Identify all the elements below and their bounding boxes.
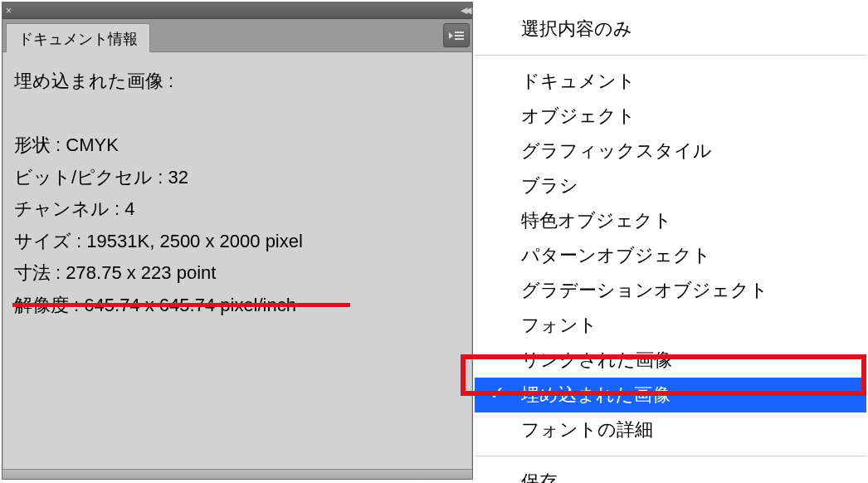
menu-document[interactable]: ドキュメント [475, 64, 866, 99]
menu-separator [475, 456, 866, 456]
info-shape: 形状 : CMYK [14, 129, 461, 162]
collapse-icon[interactable]: ◀◀ [461, 5, 469, 16]
info-size: サイズ : 19531K, 2500 x 2000 pixel [14, 226, 461, 258]
svg-rect-1 [455, 32, 464, 33]
svg-marker-0 [449, 32, 453, 39]
document-info-panel: × ◀◀ ドキュメント情報 埋め込まれた画像 : 形状 : CMYK ビット/ピ… [2, 2, 473, 480]
menu-icon [449, 30, 464, 41]
info-header: 埋め込まれた画像 : [14, 66, 461, 98]
menu-save[interactable]: 保存... [475, 465, 866, 483]
menu-object[interactable]: オブジェクト [475, 99, 866, 134]
close-icon[interactable]: × [6, 6, 12, 16]
check-icon: ✓ [490, 383, 505, 404]
menu-separator [475, 55, 866, 56]
menu-selection-only[interactable]: 選択内容のみ [475, 12, 866, 46]
panel-scrollbar[interactable] [2, 469, 472, 479]
menu-font-detail[interactable]: フォントの詳細 [475, 412, 866, 447]
panel-tabbar: ドキュメント情報 [2, 19, 472, 52]
info-channels: チャンネル : 4 [14, 193, 461, 226]
menu-gradient-object[interactable]: グラデーションオブジェクト [475, 273, 866, 308]
menu-graphic-style[interactable]: グラフィックスタイル [475, 134, 866, 168]
highlight-underline [12, 303, 350, 307]
menu-brush[interactable]: ブラシ [475, 168, 866, 203]
menu-pattern-object[interactable]: パターンオブジェクト [475, 238, 866, 273]
flyout-menu: 選択内容のみ ドキュメント オブジェクト グラフィックスタイル ブラシ 特色オブ… [475, 2, 866, 483]
panel-titlebar[interactable]: × ◀◀ [2, 2, 472, 19]
info-dims: 寸法 : 278.75 x 223 point [14, 257, 461, 290]
svg-rect-3 [455, 38, 464, 40]
tab-document-info[interactable]: ドキュメント情報 [6, 23, 150, 52]
svg-rect-2 [455, 35, 464, 37]
menu-embedded-image[interactable]: ✓ 埋め込まれた画像 [475, 378, 866, 412]
panel-body: 埋め込まれた画像 : 形状 : CMYK ビット/ピクセル : 32 チャンネル… [2, 52, 472, 469]
info-bits: ビット/ピクセル : 32 [14, 162, 461, 194]
menu-embedded-image-label: 埋め込まれた画像 [521, 384, 671, 405]
flyout-menu-button[interactable] [443, 23, 470, 47]
menu-linked-image[interactable]: リンクされた画像 [475, 343, 866, 378]
menu-spot-object[interactable]: 特色オブジェクト [475, 203, 866, 238]
menu-font[interactable]: フォント [475, 308, 866, 343]
